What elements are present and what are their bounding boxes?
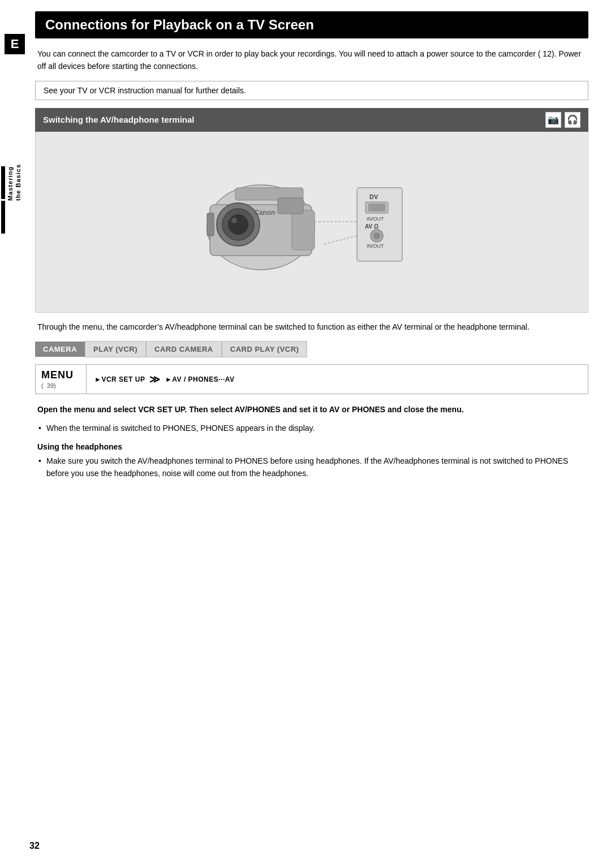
svg-rect-14 (368, 204, 385, 211)
svg-rect-11 (357, 188, 402, 261)
side-bar-2 (1, 201, 5, 234)
menu-step1: ►VCR SET UP (94, 375, 145, 383)
side-bar-1 (1, 166, 5, 199)
mode-btn-camera: CAMERA (35, 342, 85, 357)
mode-btn-play-vcr: PLAY (VCR) (85, 341, 146, 357)
camcorder-illustration: DV IN/OUT AV Ω IN/OUT Canon (114, 137, 510, 306)
camera-icon-box: 📷 (545, 112, 561, 128)
mode-btn-card-camera: CARD CAMERA (146, 341, 222, 357)
svg-text:IN/OUT: IN/OUT (367, 216, 384, 222)
svg-point-5 (228, 214, 248, 235)
chapter-tab: E (5, 34, 25, 54)
sidebar-vertical-label: Masteringthe Basics (6, 164, 24, 201)
svg-rect-10 (207, 213, 214, 236)
mode-btn-card-play-vcr: CARD PLAY (VCR) (222, 341, 308, 357)
main-content: Connections for Playback on a TV Screen … (29, 0, 611, 868)
section-heading: Switching the AV/headphone terminal 📷 🎧 (35, 108, 588, 132)
menu-label-area: MENU ( 39) (36, 365, 87, 394)
menu-double-arrow: ≫ (149, 373, 161, 386)
svg-text:AV Ω: AV Ω (365, 223, 378, 230)
bullet-item-headphones: Make sure you switch the AV/headphones t… (35, 455, 588, 480)
menu-ref: ( 39) (41, 382, 56, 389)
svg-text:Canon: Canon (254, 209, 275, 217)
headphone-icon-box: 🎧 (565, 112, 580, 128)
svg-point-6 (231, 218, 237, 223)
note-box: See your TV or VCR instruction manual fo… (35, 81, 588, 100)
svg-rect-7 (292, 210, 315, 250)
heading-icons: 📷 🎧 (545, 112, 580, 128)
section-heading-text: Switching the AV/headphone terminal (43, 115, 195, 124)
menu-step2: ►AV / PHONES···AV (165, 375, 235, 383)
page-wrapper: E Masteringthe Basics Connections for Pl… (0, 0, 611, 868)
left-sidebar: E Masteringthe Basics (0, 0, 29, 868)
sub-heading-headphones: Using the headphones (35, 442, 588, 451)
menu-instruction-box: MENU ( 39) ►VCR SET UP ≫ ►AV / PHONES···… (35, 364, 588, 394)
page-title: Connections for Playback on a TV Screen (35, 11, 588, 38)
page-number: 32 (29, 841, 40, 851)
bullet-item-phones: When the terminal is switched to PHONES,… (35, 422, 588, 434)
description-paragraph: Through the menu, the camcorder’s AV/hea… (35, 321, 588, 333)
camcorder-image-section: DV IN/OUT AV Ω IN/OUT Canon (35, 132, 588, 313)
mode-buttons-row: CAMERA PLAY (VCR) CARD CAMERA CARD PLAY … (35, 341, 588, 357)
intro-paragraph: You can connect the camcorder to a TV or… (35, 47, 588, 73)
note-text: See your TV or VCR instruction manual fo… (44, 86, 246, 95)
svg-text:IN/OUT: IN/OUT (367, 243, 384, 249)
svg-text:DV: DV (369, 193, 378, 200)
svg-point-18 (373, 232, 380, 239)
svg-rect-9 (278, 198, 303, 214)
bold-instruction-text: Open the menu and select VCR SET UP. The… (35, 403, 588, 416)
menu-word: MENU (41, 369, 74, 381)
menu-steps: ►VCR SET UP ≫ ►AV / PHONES···AV (87, 365, 243, 394)
